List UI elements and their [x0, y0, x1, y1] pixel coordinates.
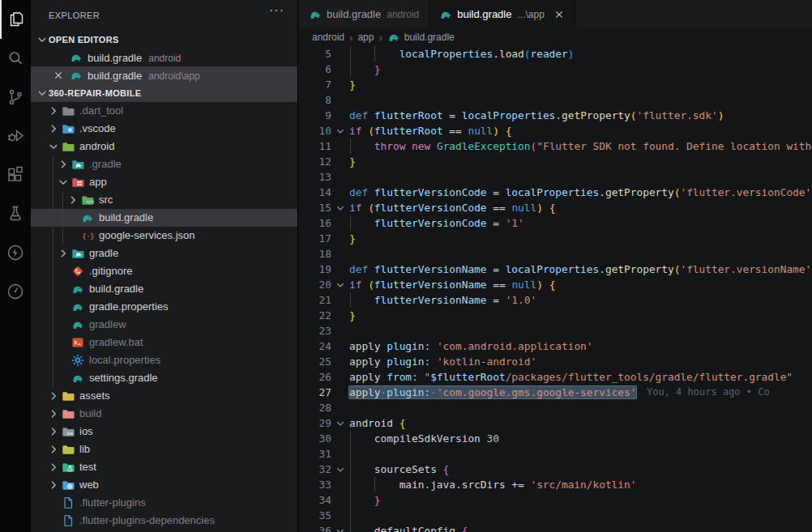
code-line-21[interactable]: 21 flutterVersionName = '1.0' [299, 292, 812, 308]
tab-build-gradle-app[interactable]: build.gradle...\app [430, 0, 576, 28]
line-number: 15 [299, 200, 331, 215]
code-line-36[interactable]: 36 defaultConfig { [299, 523, 812, 532]
tree-item-flutter-plugins-dependencies[interactable]: .flutter-plugins-dependencies [31, 512, 297, 530]
fold-chevron-icon[interactable] [331, 200, 349, 215]
fold-chevron-icon[interactable] [331, 415, 349, 431]
fold-chevron-icon[interactable] [331, 462, 349, 477]
code-text: apply from: "$flutterRoot/packages/flutt… [349, 369, 812, 385]
code-line-8[interactable]: 8 [299, 92, 812, 108]
fold-chevron-icon[interactable] [331, 523, 349, 532]
fold-gutter [331, 46, 349, 62]
code-line-32[interactable]: 32 sourceSets { [299, 462, 812, 477]
breadcrumb-item-build-gradle[interactable]: build.gradle [387, 31, 455, 44]
code-line-10[interactable]: 10if (flutterRoot == null) { [299, 123, 812, 138]
tree-item-gradle-properties[interactable]: gradle.properties [31, 298, 297, 316]
gradle-file-icon [309, 8, 322, 21]
code-line-19[interactable]: 19def flutterVersionName = localProperti… [299, 262, 812, 277]
tab-build-gradle-android[interactable]: build.gradleandroid [299, 0, 430, 28]
tree-item-build[interactable]: build [31, 405, 297, 423]
code-line-15[interactable]: 15if (flutterVersionCode == null) { [299, 200, 812, 215]
tree-item-app[interactable]: app [31, 173, 297, 191]
code-line-20[interactable]: 20if (flutterVersionName == null) { [299, 277, 812, 292]
tree-item-label: assets [79, 389, 110, 402]
activity-icon-meter[interactable] [0, 272, 31, 311]
fold-chevron-icon[interactable] [331, 123, 349, 138]
tree-item-gitignore[interactable]: .gitignore [31, 262, 297, 280]
code-line-27[interactable]: 27apply·plugin:·'com.google.gms.google-s… [299, 385, 812, 400]
code-line-35[interactable]: 35 [299, 508, 812, 523]
code-line-22[interactable]: 22} [299, 308, 812, 323]
tree-item-google-services-json[interactable]: {·}google-services.json [31, 227, 297, 245]
line-number: 16 [299, 215, 331, 231]
close-icon[interactable] [52, 69, 65, 84]
code-line-34[interactable]: 34 } [299, 492, 812, 508]
code-line-31[interactable]: 31 [299, 446, 812, 462]
fold-chevron-icon[interactable] [331, 277, 349, 292]
project-root-header[interactable]: 360-REPAIR-MOBILE [31, 84, 297, 102]
gradle-file-icon [439, 8, 452, 21]
tree-item-gradlew[interactable]: gradlew [31, 316, 297, 334]
svg-text:ios: ios [67, 431, 73, 436]
breadcrumb-item-app[interactable]: app [357, 32, 374, 43]
tree-item-web[interactable]: web [31, 476, 297, 494]
tree-item-build-gradle[interactable]: build.gradle [31, 209, 297, 227]
activity-bar [0, 0, 31, 532]
breadcrumb-item-android[interactable]: android [312, 32, 344, 43]
folder-icon [62, 479, 75, 494]
tree-item-src[interactable]: </>src [31, 191, 297, 209]
code-text: if (flutterVersionCode == null) { [349, 200, 812, 215]
code-line-12[interactable]: 12} [299, 154, 812, 169]
chevron-down-icon [47, 140, 60, 155]
fold-gutter [331, 369, 349, 385]
code-line-24[interactable]: 24apply plugin: 'com.android.application… [299, 338, 812, 354]
code-line-33[interactable]: 33 main.java.srcDirs += 'src/main/kotlin… [299, 477, 812, 492]
tree-item-vscode[interactable]: .vscode [31, 120, 297, 138]
tree-item-android[interactable]: android [31, 138, 297, 155]
code-line-26[interactable]: 26apply from: "$flutterRoot/packages/flu… [299, 369, 812, 385]
code-line-11[interactable]: 11 throw new GradleException("Flutter SD… [299, 138, 812, 154]
code-line-13[interactable]: 13 [299, 169, 812, 185]
activity-icon-thunder[interactable] [0, 233, 31, 272]
code-line-7[interactable]: 7} [299, 77, 812, 92]
code-line-9[interactable]: 9def flutterRoot = localProperties.getPr… [299, 108, 812, 123]
activity-icon-extensions[interactable] [0, 155, 31, 194]
code-line-14[interactable]: 14def flutterVersionCode = localProperti… [299, 185, 812, 200]
tree-item-lib[interactable]: lib [31, 440, 297, 458]
activity-icon-search[interactable] [0, 39, 31, 78]
code-line-25[interactable]: 25apply plugin: 'kotlin-android' [299, 354, 812, 369]
code-line-16[interactable]: 16 flutterVersionCode = '1' [299, 215, 812, 231]
code-line-17[interactable]: 17} [299, 231, 812, 246]
activity-icon-explorer[interactable] [0, 0, 31, 39]
tree-item-label: .flutter-plugins-dependencies [79, 514, 215, 526]
tree-item-flutter-plugins[interactable]: .flutter-plugins [31, 494, 297, 512]
code-editor[interactable]: 5 localProperties.load(reader)6 }7}89def… [299, 46, 812, 532]
open-editor-item-build-gradle-android-app[interactable]: build.gradleandroid\app [31, 66, 297, 84]
tree-item-ios[interactable]: iosios [31, 423, 297, 440]
code-line-28[interactable]: 28 [299, 400, 812, 415]
file-tree: .dart_tool.vscodeandroid.gradleapp</>src… [31, 102, 297, 530]
code-line-18[interactable]: 18 [299, 246, 812, 262]
activity-icon-run-debug[interactable] [0, 117, 31, 155]
open-editors-header[interactable]: OPEN EDITORS [31, 31, 297, 49]
tree-item-gradlew-bat[interactable]: gradlew.bat [31, 334, 297, 351]
tree-item-assets[interactable]: assets [31, 387, 297, 405]
more-actions-icon[interactable]: ··· [269, 3, 284, 18]
close-icon[interactable] [553, 8, 566, 21]
code-line-6[interactable]: 6 } [299, 62, 812, 77]
tree-item-settings-gradle[interactable]: settings.gradle [31, 369, 297, 387]
tree-item-build-gradle[interactable]: build.gradle [31, 280, 297, 298]
code-line-5[interactable]: 5 localProperties.load(reader) [299, 46, 812, 62]
fold-gutter [331, 169, 349, 185]
tree-item-local-properties[interactable]: local.properties [31, 351, 297, 369]
code-text: android { [349, 415, 812, 431]
activity-icon-testing[interactable] [0, 194, 31, 233]
tree-item-gradle[interactable]: gradle [31, 245, 297, 262]
code-line-29[interactable]: 29android { [299, 415, 812, 431]
tree-item-dart-tool[interactable]: .dart_tool [31, 102, 297, 120]
code-line-23[interactable]: 23 [299, 323, 812, 338]
tree-item-test[interactable]: test [31, 458, 297, 476]
activity-icon-source-control[interactable] [0, 78, 31, 117]
code-line-30[interactable]: 30 compileSdkVersion 30 [299, 431, 812, 446]
open-editor-item-build-gradle-android[interactable]: build.gradleandroid [31, 49, 297, 66]
tree-item-gradle[interactable]: .gradle [31, 155, 297, 173]
